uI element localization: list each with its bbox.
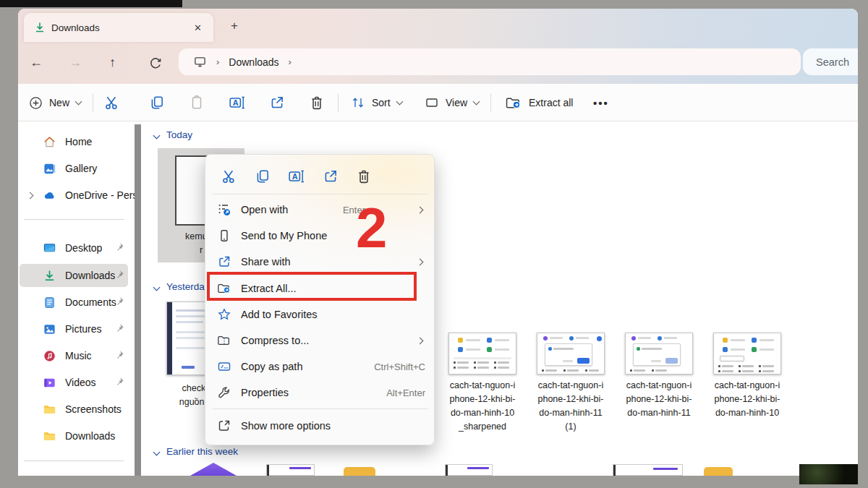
breadcrumb-chevron: › bbox=[207, 56, 229, 67]
menu-item-properties[interactable]: Properties Alt+Enter bbox=[205, 380, 435, 406]
sidebar-item-label: Documents bbox=[65, 296, 135, 308]
search-input[interactable]: Search bbox=[803, 48, 858, 75]
expand-chevron-icon[interactable] bbox=[27, 192, 34, 199]
address-bar[interactable]: › Downloads › bbox=[179, 48, 801, 75]
menu-item-compress-to[interactable]: Compress to... bbox=[205, 328, 435, 354]
tab-close-icon[interactable]: ✕ bbox=[194, 22, 202, 33]
section-chevron-icon[interactable] bbox=[153, 449, 161, 456]
sort-button[interactable]: Sort bbox=[351, 84, 402, 121]
new-button[interactable]: New bbox=[29, 84, 81, 121]
menu-item-send-to-my-phone[interactable]: Send to My Phone bbox=[205, 223, 435, 249]
annotation-highlight-box bbox=[207, 272, 417, 301]
file-tile[interactable]: cach-tat-nguon-i phone-12-khi-bi- do-man… bbox=[528, 327, 613, 450]
file-tile[interactable]: cach-tat-nguon-i phone-12-khi-bi- do-man… bbox=[440, 327, 525, 450]
menu-item-copy-as-path[interactable]: Copy as path Ctrl+Shift+C bbox=[205, 354, 435, 380]
menu-item-label: Compress to... bbox=[241, 335, 417, 346]
menu-item-label: Share with bbox=[241, 256, 417, 267]
view-icon bbox=[425, 95, 439, 110]
search-placeholder: Search bbox=[816, 56, 849, 68]
sidebar-item-gallery[interactable]: Gallery bbox=[18, 157, 135, 180]
submenu-chevron-icon bbox=[417, 206, 424, 213]
file-thumbnail[interactable] bbox=[266, 464, 315, 476]
delete-button[interactable] bbox=[309, 84, 325, 121]
screenshot-stage: Downloads ✕ + ← → ↑ › Downloads › bbox=[0, 0, 868, 488]
tab-title: Downloads bbox=[51, 22, 194, 33]
file-name: cach-tat-nguon-i phone-12-khi-bi- do-man… bbox=[705, 379, 790, 420]
extract-all-label: Extract all bbox=[529, 97, 573, 108]
download-icon bbox=[34, 22, 46, 33]
sidebar-item-downloads-folder[interactable]: Downloads bbox=[18, 424, 135, 448]
sidebar-item-music[interactable]: Music bbox=[18, 344, 135, 367]
cut-icon[interactable] bbox=[221, 168, 237, 184]
chevron-down-icon bbox=[473, 98, 480, 105]
window-header: Downloads ✕ + ← → ↑ › Downloads › bbox=[18, 9, 858, 84]
up-icon[interactable]: ↑ bbox=[109, 55, 116, 70]
sidebar-item-label: Downloads bbox=[65, 270, 135, 281]
rename-icon[interactable]: A bbox=[288, 168, 305, 184]
extract-all-button[interactable]: Extract all bbox=[505, 84, 573, 121]
sidebar-divider bbox=[24, 461, 124, 461]
sidebar-item-home[interactable]: Home bbox=[18, 130, 135, 153]
menu-item-show-more-options[interactable]: Show more options bbox=[205, 413, 435, 439]
sidebar-scrollbar[interactable] bbox=[135, 124, 141, 476]
trash-icon[interactable] bbox=[356, 168, 372, 184]
menu-item-add-to-favorites[interactable]: Add to Favorites bbox=[205, 301, 435, 328]
section-header-today[interactable]: Today bbox=[166, 129, 192, 140]
section-chevron-icon[interactable] bbox=[153, 284, 161, 291]
share-button[interactable] bbox=[269, 84, 285, 121]
menu-shortcut: Alt+Enter bbox=[386, 388, 425, 398]
sidebar-item-desktop[interactable]: Desktop bbox=[18, 236, 135, 260]
sidebar-item-label: Videos bbox=[65, 377, 135, 388]
sidebar-item-pictures[interactable]: Pictures bbox=[18, 317, 135, 341]
file-thumbnail[interactable] bbox=[190, 463, 237, 476]
copy-button[interactable] bbox=[149, 84, 165, 121]
see-more-button[interactable]: ••• bbox=[593, 84, 609, 121]
trash-icon bbox=[309, 95, 325, 111]
submenu-chevron-icon bbox=[417, 258, 424, 265]
back-icon[interactable]: ← bbox=[30, 55, 43, 70]
new-tab-icon[interactable]: + bbox=[231, 19, 238, 33]
view-button[interactable]: View bbox=[425, 84, 479, 121]
share-icon[interactable] bbox=[323, 168, 339, 184]
cut-button[interactable] bbox=[104, 84, 120, 121]
onedrive-icon bbox=[43, 189, 56, 202]
sidebar-item-downloads[interactable]: Downloads bbox=[18, 264, 135, 287]
sidebar-item-videos[interactable]: Videos bbox=[18, 371, 135, 394]
menu-item-open-with[interactable]: Open with Enter bbox=[205, 197, 435, 223]
menu-item-share-with[interactable]: Share with bbox=[205, 249, 435, 275]
file-tile[interactable]: cach-tat-nguon-i phone-12-khi-bi- do-man… bbox=[705, 327, 790, 450]
copy-icon bbox=[149, 95, 165, 111]
sidebar-item-label: Music bbox=[65, 350, 135, 361]
sidebar-item-documents[interactable]: Documents bbox=[18, 291, 135, 314]
copy-icon[interactable] bbox=[255, 168, 271, 184]
wrench-icon bbox=[217, 385, 231, 400]
section-header-earlier[interactable]: Earlier this week bbox=[166, 446, 238, 457]
section-header-yesterday[interactable]: Yesterda bbox=[166, 281, 205, 292]
breadcrumb[interactable]: Downloads bbox=[229, 56, 278, 68]
file-thumbnail[interactable] bbox=[613, 464, 683, 476]
pin-icon bbox=[114, 296, 124, 307]
file-thumbnail[interactable] bbox=[445, 464, 493, 476]
tab-downloads[interactable]: Downloads ✕ bbox=[24, 13, 213, 42]
plus-circle-icon bbox=[29, 96, 43, 110]
toolbar-separator bbox=[490, 93, 491, 112]
desktop-icon bbox=[43, 241, 56, 255]
sidebar-item-onedrive[interactable]: OneDrive - Perso bbox=[18, 184, 135, 207]
extract-folder-icon bbox=[505, 95, 522, 111]
menu-shortcut: Ctrl+Shift+C bbox=[374, 361, 425, 372]
menu-item-label: Show more options bbox=[241, 420, 435, 432]
menu-item-label: Open with bbox=[241, 204, 343, 215]
file-name: cach-tat-nguon-i phone-12-khi-bi- do-man… bbox=[528, 379, 613, 434]
sidebar-item-screenshots[interactable]: Screenshots bbox=[18, 398, 135, 421]
file-thumbnail[interactable] bbox=[344, 467, 375, 476]
chevron-down-icon bbox=[396, 98, 403, 105]
rename-button[interactable]: A bbox=[229, 84, 246, 121]
refresh-icon[interactable] bbox=[148, 56, 163, 71]
star-icon bbox=[217, 307, 231, 322]
file-name: cach-tat-nguon-i phone-12-khi-bi- do-man… bbox=[440, 379, 525, 434]
paste-button bbox=[189, 84, 205, 121]
chevron-down-icon bbox=[75, 98, 82, 105]
file-tile[interactable]: cach-tat-nguon-i phone-12-khi-bi- do-man… bbox=[616, 327, 702, 450]
section-chevron-icon[interactable] bbox=[153, 132, 161, 140]
file-thumbnail[interactable] bbox=[704, 467, 733, 476]
